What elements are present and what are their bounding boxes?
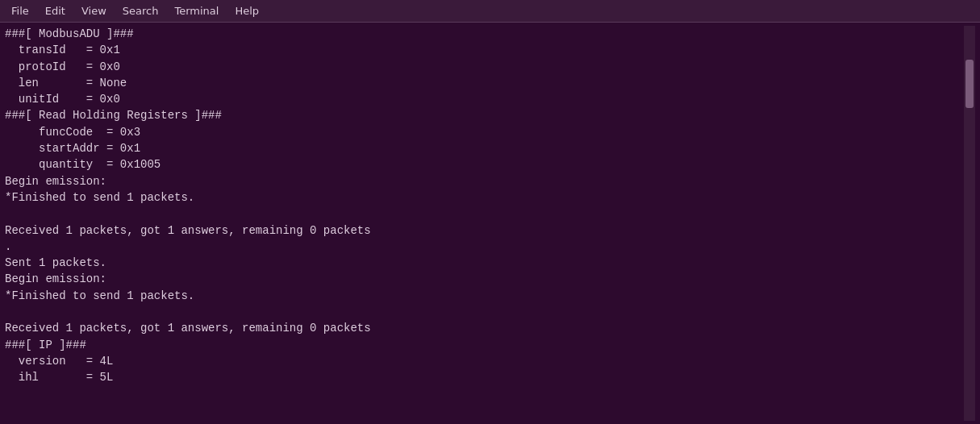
menubar: File Edit View Search Terminal Help <box>0 0 980 23</box>
terminal-output: ###[ ModbusADU ]### transId = 0x1 protoI… <box>5 26 964 421</box>
terminal-window: ###[ ModbusADU ]### transId = 0x1 protoI… <box>0 23 980 424</box>
menu-search[interactable]: Search <box>115 3 167 19</box>
menu-file[interactable]: File <box>3 3 37 19</box>
menu-help[interactable]: Help <box>227 3 267 19</box>
scrollbar[interactable] <box>964 26 975 421</box>
menu-view[interactable]: View <box>73 3 115 19</box>
menu-edit[interactable]: Edit <box>37 3 73 19</box>
menu-terminal[interactable]: Terminal <box>166 3 227 19</box>
scrollbar-thumb[interactable] <box>965 60 974 108</box>
